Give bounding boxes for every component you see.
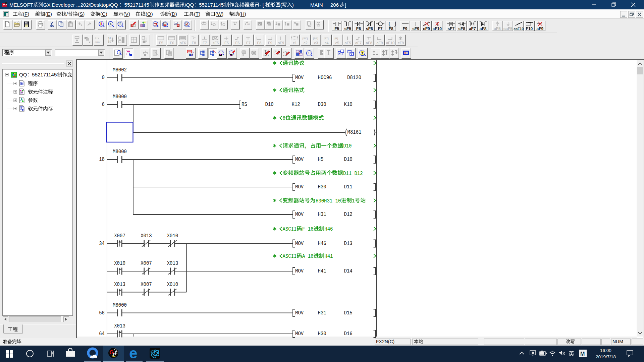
svg-text:c2: c2	[304, 41, 308, 45]
svg-text:MOV: MOV	[295, 309, 304, 316]
svg-text:D10: D10	[265, 101, 274, 108]
svg-text:sF9: sF9	[412, 26, 419, 31]
svg-text:MOV: MOV	[295, 268, 304, 274]
svg-text:8: 8	[283, 115, 285, 121]
svg-text:F: F	[24, 11, 28, 17]
svg-text:MAIN: MAIN	[310, 2, 323, 8]
svg-text:206: 206	[330, 2, 339, 8]
svg-text:18: 18	[99, 156, 105, 163]
svg-text:F10: F10	[526, 26, 533, 31]
svg-text:F6: F6	[235, 41, 240, 45]
svg-text:M8000: M8000	[113, 148, 127, 155]
svg-text:sF5: sF5	[213, 41, 219, 45]
svg-text:AB: AB	[247, 23, 250, 25]
svg-text:X013: X013	[167, 260, 178, 266]
svg-text:): )	[222, 11, 223, 17]
svg-text:aF10: aF10	[386, 41, 394, 45]
svg-text:X013: X013	[114, 323, 125, 329]
svg-text:F5: F5	[334, 26, 339, 31]
svg-text:F8: F8	[389, 26, 393, 31]
svg-text:NUM: NUM	[612, 339, 623, 344]
svg-text:F9: F9	[268, 41, 272, 45]
svg-text:F5: F5	[159, 41, 163, 45]
svg-text:X010: X010	[114, 260, 125, 266]
svg-text:cF9: cF9	[423, 26, 430, 31]
svg-text:552171145: 552171145	[32, 72, 57, 77]
svg-text:M: M	[580, 351, 585, 357]
svg-text:): )	[245, 11, 246, 17]
svg-text:): )	[292, 2, 294, 8]
svg-text:aF9: aF9	[376, 41, 383, 45]
svg-text:M8000: M8000	[113, 302, 127, 308]
svg-text:sF6: sF6	[180, 41, 186, 45]
svg-text:aF7: aF7	[355, 41, 362, 45]
svg-text:$1: $1	[108, 37, 111, 40]
svg-text:): )	[106, 11, 107, 17]
svg-text:c+v: c+v	[95, 37, 99, 40]
svg-text:$9: $9	[108, 40, 111, 43]
svg-text:H31: H31	[318, 309, 326, 316]
svg-text:(: (	[280, 2, 282, 8]
svg-text:c1: c1	[293, 41, 297, 45]
svg-text:aF5: aF5	[494, 26, 501, 31]
svg-text:MOV: MOV	[295, 184, 304, 190]
svg-text:X007: X007	[141, 281, 152, 287]
svg-text:sF5: sF5	[344, 26, 351, 31]
svg-text:H30: H30	[318, 330, 326, 337]
svg-text:sF9: sF9	[278, 41, 284, 45]
svg-text:F5: F5	[224, 41, 229, 45]
svg-text:16:00: 16:00	[600, 348, 611, 353]
svg-text:): )	[50, 11, 52, 17]
svg-text:F6: F6	[356, 26, 361, 31]
svg-text:H30H31 10: H30H31 10	[316, 197, 341, 204]
svg-text:H41: H41	[318, 268, 326, 274]
svg-text:O: O	[147, 11, 151, 17]
svg-text:D10: D10	[343, 143, 352, 149]
svg-text:): )	[199, 11, 200, 17]
svg-text:X010: X010	[167, 232, 178, 239]
svg-text:D8120: D8120	[347, 74, 361, 81]
svg-text:E: E	[115, 351, 117, 355]
svg-text:X013: X013	[114, 281, 125, 287]
svg-text:E: E	[47, 11, 50, 17]
svg-text:sF8: sF8	[458, 26, 465, 31]
svg-text:c3: c3	[314, 41, 318, 45]
svg-text:M8002: M8002	[113, 67, 127, 73]
svg-text:D11 D12: D11 D12	[343, 170, 363, 176]
svg-text:caF5: caF5	[503, 26, 513, 31]
svg-text:D14: D14	[344, 268, 353, 274]
svg-text:H46: H46	[324, 226, 333, 232]
svg-text:M8161: M8161	[347, 129, 362, 135]
svg-text:1: 1	[352, 197, 355, 204]
svg-text:aF8: aF8	[366, 41, 372, 45]
svg-text:S: S	[79, 11, 83, 17]
svg-text:T: T	[196, 11, 199, 17]
svg-text:MELSOFT: MELSOFT	[9, 2, 33, 8]
svg-text:6: 6	[102, 101, 105, 108]
svg-text:cF10: cF10	[433, 26, 442, 31]
svg-text:552171145: 552171145	[199, 2, 224, 8]
svg-text:e: e	[129, 345, 137, 361]
svg-text:sF7: sF7	[447, 26, 454, 31]
svg-text:W: W	[217, 11, 222, 17]
svg-text:[ST]: [ST]	[324, 37, 329, 40]
svg-text:): )	[151, 11, 153, 17]
svg-text:caF10: caF10	[514, 27, 524, 31]
svg-text:X007: X007	[141, 260, 152, 266]
svg-text:MOV: MOV	[295, 330, 304, 337]
svg-text:aF5: aF5	[345, 41, 351, 45]
svg-text:MOV: MOV	[295, 211, 304, 218]
svg-text:H30: H30	[318, 184, 326, 190]
svg-text:H0C96: H0C96	[318, 74, 332, 81]
svg-text:): )	[175, 11, 177, 17]
svg-text:F8: F8	[257, 41, 262, 45]
svg-text:MOV: MOV	[295, 240, 304, 246]
svg-text:F8: F8	[192, 41, 196, 45]
svg-text:,: ,	[305, 143, 307, 149]
svg-text:X007: X007	[114, 232, 125, 239]
svg-text:D16: D16	[344, 330, 353, 337]
svg-text:A 16: A 16	[302, 253, 314, 259]
svg-text:QQ: QQ	[19, 72, 27, 77]
svg-text:V: V	[125, 11, 128, 17]
svg-text:F9: F9	[402, 26, 407, 31]
